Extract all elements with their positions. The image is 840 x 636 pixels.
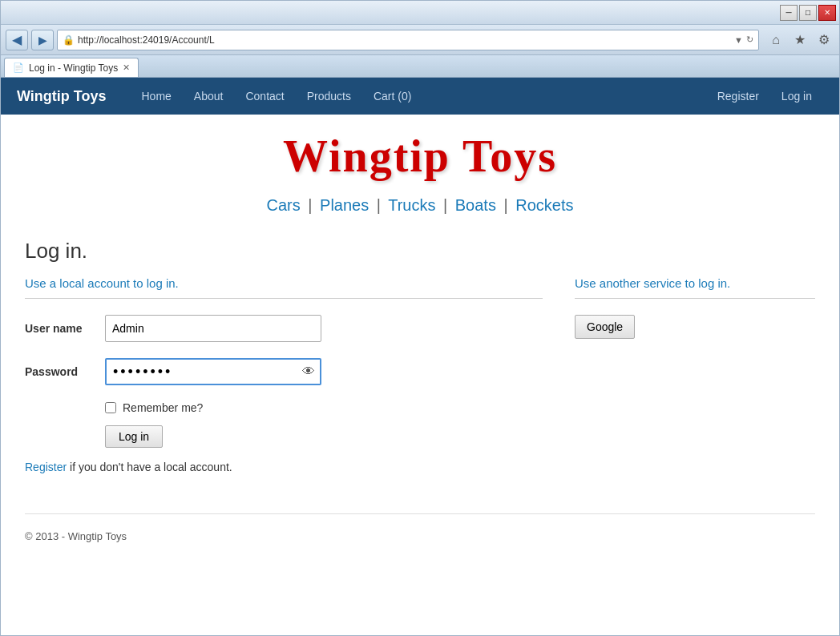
cat-sep-1: | <box>308 196 312 214</box>
nav-contact[interactable]: Contact <box>234 78 295 115</box>
login-heading: Log in. <box>25 239 815 264</box>
close-button[interactable]: ✕ <box>818 5 836 21</box>
site-navbar: Wingtip Toys Home About Contact Products… <box>1 78 839 115</box>
cat-sep-3: | <box>443 196 447 214</box>
username-label: User name <box>25 322 105 335</box>
remember-checkbox[interactable] <box>105 402 116 413</box>
cat-trucks[interactable]: Trucks <box>388 196 435 214</box>
refresh-icon[interactable]: ↻ <box>746 34 753 45</box>
main-content: Wingtip Toys Cars | Planes | Trucks | Bo… <box>1 115 839 558</box>
nav-about[interactable]: About <box>183 78 235 115</box>
category-nav: Cars | Planes | Trucks | Boats | Rockets <box>25 190 815 231</box>
service-divider <box>575 298 815 299</box>
tab-title: Log in - Wingtip Toys <box>29 62 118 74</box>
cat-sep-2: | <box>377 196 381 214</box>
nav-links: Home About Contact Products Cart (0) <box>131 78 706 115</box>
register-text: if you don't have a local account. <box>70 461 232 473</box>
site-title: Wingtip Toys <box>25 115 815 190</box>
password-label: Password <box>25 365 105 378</box>
nav-register[interactable]: Register <box>706 78 770 115</box>
service-subheading: Use another service to log in. <box>575 276 815 290</box>
tab-close-button[interactable]: ✕ <box>123 62 130 73</box>
login-btn-row: Log in <box>105 425 543 448</box>
google-button[interactable]: Google <box>575 315 635 339</box>
minimize-button[interactable]: ─ <box>780 5 798 21</box>
favorites-button[interactable]: ★ <box>790 30 810 50</box>
toolbar-icons: ⌂ ★ ⚙ <box>765 30 834 50</box>
cat-sep-4: | <box>503 196 507 214</box>
tab-icon: 📄 <box>13 62 24 73</box>
local-divider <box>25 298 543 299</box>
minimize-icon: ─ <box>785 8 791 17</box>
back-button[interactable]: ◀ <box>6 30 28 50</box>
local-subheading: Use a local account to log in. <box>25 276 543 290</box>
maximize-icon: □ <box>806 8 810 17</box>
title-bar-controls: ─ □ ✕ <box>780 5 836 21</box>
maximize-button[interactable]: □ <box>799 5 817 21</box>
remember-label: Remember me? <box>123 401 203 414</box>
login-columns: Use a local account to log in. User name… <box>25 276 815 473</box>
home-icon: ⌂ <box>772 33 780 47</box>
nav-products[interactable]: Products <box>296 78 362 115</box>
username-input[interactable] <box>105 315 321 342</box>
browser-window: ─ □ ✕ ◀ ▶ 🔒 http://localhost:24019/Accou… <box>0 0 840 636</box>
home-button[interactable]: ⌂ <box>765 30 786 50</box>
settings-button[interactable]: ⚙ <box>814 30 834 50</box>
site-footer: © 2013 - Wingtip Toys <box>25 513 815 558</box>
login-button[interactable]: Log in <box>105 425 163 448</box>
password-input[interactable] <box>105 358 321 385</box>
footer-text: © 2013 - Wingtip Toys <box>25 530 127 542</box>
nav-login[interactable]: Log in <box>770 78 823 115</box>
star-icon: ★ <box>794 32 806 47</box>
cat-planes[interactable]: Planes <box>320 196 369 214</box>
register-link[interactable]: Register <box>25 461 67 473</box>
active-tab[interactable]: 📄 Log in - Wingtip Toys ✕ <box>4 58 139 77</box>
remember-row: Remember me? <box>105 401 543 414</box>
address-search-btn[interactable]: ▼ <box>734 35 743 45</box>
site-brand[interactable]: Wingtip Toys <box>17 88 107 105</box>
title-bar: ─ □ ✕ <box>1 1 839 25</box>
password-wrapper: 👁 <box>105 358 321 385</box>
address-page-icon: 🔒 <box>63 34 75 46</box>
forward-icon: ▶ <box>38 34 47 46</box>
cat-rockets[interactable]: Rockets <box>515 196 573 214</box>
back-icon: ◀ <box>12 32 22 47</box>
gear-icon: ⚙ <box>818 32 830 47</box>
password-row: Password 👁 <box>25 358 543 385</box>
cat-cars[interactable]: Cars <box>266 196 300 214</box>
nav-right: Register Log in <box>706 78 823 115</box>
forward-button[interactable]: ▶ <box>31 30 54 50</box>
password-toggle-icon[interactable]: 👁 <box>302 364 315 379</box>
address-text: http://localhost:24019/Account/L <box>78 34 731 46</box>
login-right: Use another service to log in. Google <box>575 276 815 473</box>
page-content: Wingtip Toys Home About Contact Products… <box>1 78 839 635</box>
username-row: User name <box>25 315 543 342</box>
login-left: Use a local account to log in. User name… <box>25 276 543 473</box>
register-link-row: Register if you don't have a local accou… <box>25 461 543 473</box>
nav-home[interactable]: Home <box>131 78 183 115</box>
address-bar[interactable]: 🔒 http://localhost:24019/Account/L ▼ ↻ <box>57 30 759 50</box>
login-section: Log in. Use a local account to log in. U… <box>25 231 815 481</box>
cat-boats[interactable]: Boats <box>455 196 496 214</box>
nav-cart[interactable]: Cart (0) <box>362 78 422 115</box>
address-bar-row: ◀ ▶ 🔒 http://localhost:24019/Account/L ▼… <box>1 25 839 55</box>
tab-bar: 📄 Log in - Wingtip Toys ✕ <box>1 55 839 78</box>
close-icon: ✕ <box>824 8 830 17</box>
